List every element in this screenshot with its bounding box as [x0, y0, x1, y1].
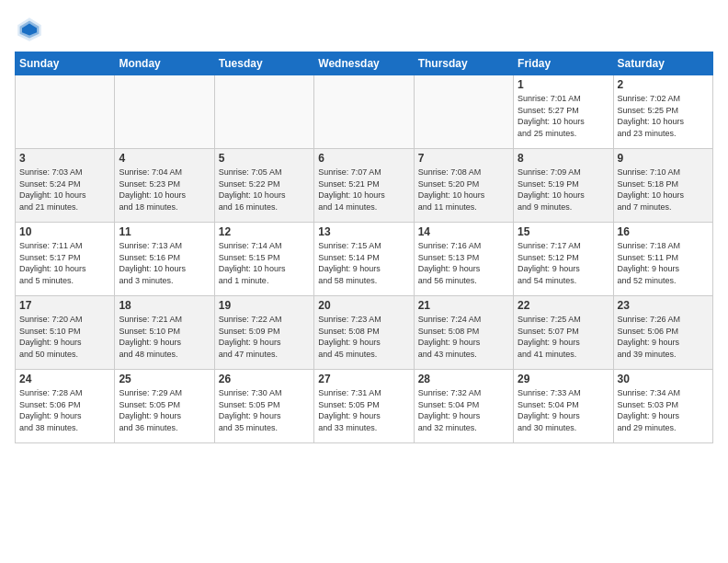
calendar-cell: 1Sunrise: 7:01 AM Sunset: 5:27 PM Daylig… — [514, 75, 613, 149]
day-info: Sunrise: 7:26 AM Sunset: 5:06 PM Dayligh… — [618, 314, 709, 360]
day-info: Sunrise: 7:01 AM Sunset: 5:27 PM Dayligh… — [518, 93, 609, 139]
calendar-table: SundayMondayTuesdayWednesdayThursdayFrid… — [15, 52, 713, 443]
day-number: 5 — [219, 152, 310, 165]
calendar-cell — [16, 75, 115, 149]
calendar-cell: 17Sunrise: 7:20 AM Sunset: 5:10 PM Dayli… — [16, 296, 115, 370]
day-number: 20 — [318, 299, 409, 312]
day-info: Sunrise: 7:24 AM Sunset: 5:08 PM Dayligh… — [418, 314, 509, 360]
calendar-cell: 22Sunrise: 7:25 AM Sunset: 5:07 PM Dayli… — [514, 296, 613, 370]
day-number: 10 — [19, 225, 110, 238]
page-header — [15, 15, 713, 44]
day-info: Sunrise: 7:30 AM Sunset: 5:05 PM Dayligh… — [219, 387, 310, 433]
calendar-cell: 5Sunrise: 7:05 AM Sunset: 5:22 PM Daylig… — [214, 149, 313, 223]
day-number: 19 — [219, 299, 310, 312]
calendar-cell: 25Sunrise: 7:29 AM Sunset: 5:05 PM Dayli… — [115, 370, 214, 443]
calendar-cell: 16Sunrise: 7:18 AM Sunset: 5:11 PM Dayli… — [613, 223, 712, 296]
calendar-cell: 4Sunrise: 7:04 AM Sunset: 5:23 PM Daylig… — [115, 149, 214, 223]
calendar-cell: 30Sunrise: 7:34 AM Sunset: 5:03 PM Dayli… — [613, 370, 712, 443]
day-number: 28 — [418, 373, 509, 385]
calendar-cell: 2Sunrise: 7:02 AM Sunset: 5:25 PM Daylig… — [613, 75, 712, 149]
day-info: Sunrise: 7:34 AM Sunset: 5:03 PM Dayligh… — [618, 387, 709, 433]
day-number: 7 — [418, 152, 509, 165]
weekday-header: Friday — [514, 52, 613, 75]
calendar-cell — [414, 75, 513, 149]
day-info: Sunrise: 7:23 AM Sunset: 5:08 PM Dayligh… — [318, 314, 409, 360]
day-number: 1 — [518, 78, 609, 91]
day-info: Sunrise: 7:04 AM Sunset: 5:23 PM Dayligh… — [119, 167, 210, 213]
day-number: 3 — [19, 152, 110, 165]
calendar-week-row: 1Sunrise: 7:01 AM Sunset: 5:27 PM Daylig… — [16, 75, 713, 149]
day-number: 11 — [119, 225, 210, 238]
calendar-cell: 14Sunrise: 7:16 AM Sunset: 5:13 PM Dayli… — [414, 223, 513, 296]
day-info: Sunrise: 7:20 AM Sunset: 5:10 PM Dayligh… — [19, 314, 110, 360]
day-info: Sunrise: 7:25 AM Sunset: 5:07 PM Dayligh… — [518, 314, 609, 360]
day-info: Sunrise: 7:28 AM Sunset: 5:06 PM Dayligh… — [19, 387, 110, 433]
calendar-cell: 9Sunrise: 7:10 AM Sunset: 5:18 PM Daylig… — [613, 149, 712, 223]
day-info: Sunrise: 7:31 AM Sunset: 5:05 PM Dayligh… — [318, 387, 409, 433]
calendar-cell — [314, 75, 414, 149]
calendar-cell: 27Sunrise: 7:31 AM Sunset: 5:05 PM Dayli… — [314, 370, 414, 443]
calendar-cell: 13Sunrise: 7:15 AM Sunset: 5:14 PM Dayli… — [314, 223, 414, 296]
day-number: 26 — [219, 373, 310, 385]
day-info: Sunrise: 7:13 AM Sunset: 5:16 PM Dayligh… — [119, 240, 210, 286]
day-number: 17 — [19, 299, 110, 312]
day-number: 27 — [318, 373, 409, 385]
weekday-header: Saturday — [613, 52, 712, 75]
calendar-cell: 24Sunrise: 7:28 AM Sunset: 5:06 PM Dayli… — [16, 370, 115, 443]
calendar-cell: 20Sunrise: 7:23 AM Sunset: 5:08 PM Dayli… — [314, 296, 414, 370]
calendar-cell: 10Sunrise: 7:11 AM Sunset: 5:17 PM Dayli… — [16, 223, 115, 296]
day-info: Sunrise: 7:02 AM Sunset: 5:25 PM Dayligh… — [618, 93, 709, 139]
calendar-cell: 26Sunrise: 7:30 AM Sunset: 5:05 PM Dayli… — [214, 370, 313, 443]
day-number: 8 — [518, 152, 609, 165]
day-info: Sunrise: 7:10 AM Sunset: 5:18 PM Dayligh… — [618, 167, 709, 213]
calendar-cell: 6Sunrise: 7:07 AM Sunset: 5:21 PM Daylig… — [314, 149, 414, 223]
calendar-cell: 8Sunrise: 7:09 AM Sunset: 5:19 PM Daylig… — [514, 149, 613, 223]
day-number: 16 — [618, 225, 709, 238]
day-number: 12 — [219, 225, 310, 238]
day-info: Sunrise: 7:21 AM Sunset: 5:10 PM Dayligh… — [119, 314, 210, 360]
day-info: Sunrise: 7:22 AM Sunset: 5:09 PM Dayligh… — [219, 314, 310, 360]
day-number: 6 — [318, 152, 409, 165]
calendar-cell: 7Sunrise: 7:08 AM Sunset: 5:20 PM Daylig… — [414, 149, 513, 223]
day-info: Sunrise: 7:32 AM Sunset: 5:04 PM Dayligh… — [418, 387, 509, 433]
day-number: 15 — [518, 225, 609, 238]
day-number: 2 — [618, 78, 709, 91]
weekday-header: Thursday — [414, 52, 513, 75]
day-number: 21 — [418, 299, 509, 312]
calendar-cell — [214, 75, 313, 149]
logo — [15, 15, 48, 44]
day-info: Sunrise: 7:17 AM Sunset: 5:12 PM Dayligh… — [518, 240, 609, 286]
calendar-cell: 11Sunrise: 7:13 AM Sunset: 5:16 PM Dayli… — [115, 223, 214, 296]
day-number: 18 — [119, 299, 210, 312]
calendar-cell: 21Sunrise: 7:24 AM Sunset: 5:08 PM Dayli… — [414, 296, 513, 370]
weekday-header: Sunday — [16, 52, 115, 75]
calendar-cell: 15Sunrise: 7:17 AM Sunset: 5:12 PM Dayli… — [514, 223, 613, 296]
calendar-cell: 18Sunrise: 7:21 AM Sunset: 5:10 PM Dayli… — [115, 296, 214, 370]
day-info: Sunrise: 7:33 AM Sunset: 5:04 PM Dayligh… — [518, 387, 609, 433]
day-info: Sunrise: 7:09 AM Sunset: 5:19 PM Dayligh… — [518, 167, 609, 213]
calendar-cell: 19Sunrise: 7:22 AM Sunset: 5:09 PM Dayli… — [214, 296, 313, 370]
day-number: 24 — [19, 373, 110, 385]
day-number: 25 — [119, 373, 210, 385]
day-info: Sunrise: 7:15 AM Sunset: 5:14 PM Dayligh… — [318, 240, 409, 286]
calendar-cell — [115, 75, 214, 149]
calendar-week-row: 10Sunrise: 7:11 AM Sunset: 5:17 PM Dayli… — [16, 223, 713, 296]
calendar-week-row: 24Sunrise: 7:28 AM Sunset: 5:06 PM Dayli… — [16, 370, 713, 443]
day-info: Sunrise: 7:05 AM Sunset: 5:22 PM Dayligh… — [219, 167, 310, 213]
weekday-header-row: SundayMondayTuesdayWednesdayThursdayFrid… — [16, 52, 713, 75]
calendar-cell: 3Sunrise: 7:03 AM Sunset: 5:24 PM Daylig… — [16, 149, 115, 223]
calendar-cell: 29Sunrise: 7:33 AM Sunset: 5:04 PM Dayli… — [514, 370, 613, 443]
day-number: 14 — [418, 225, 509, 238]
day-info: Sunrise: 7:18 AM Sunset: 5:11 PM Dayligh… — [618, 240, 709, 286]
day-number: 29 — [518, 373, 609, 385]
weekday-header: Wednesday — [314, 52, 414, 75]
day-number: 9 — [618, 152, 709, 165]
day-number: 22 — [518, 299, 609, 312]
day-info: Sunrise: 7:03 AM Sunset: 5:24 PM Dayligh… — [19, 167, 110, 213]
calendar-week-row: 17Sunrise: 7:20 AM Sunset: 5:10 PM Dayli… — [16, 296, 713, 370]
day-number: 13 — [318, 225, 409, 238]
day-number: 30 — [618, 373, 709, 385]
day-info: Sunrise: 7:11 AM Sunset: 5:17 PM Dayligh… — [19, 240, 110, 286]
day-info: Sunrise: 7:08 AM Sunset: 5:20 PM Dayligh… — [418, 167, 509, 213]
calendar-week-row: 3Sunrise: 7:03 AM Sunset: 5:24 PM Daylig… — [16, 149, 713, 223]
